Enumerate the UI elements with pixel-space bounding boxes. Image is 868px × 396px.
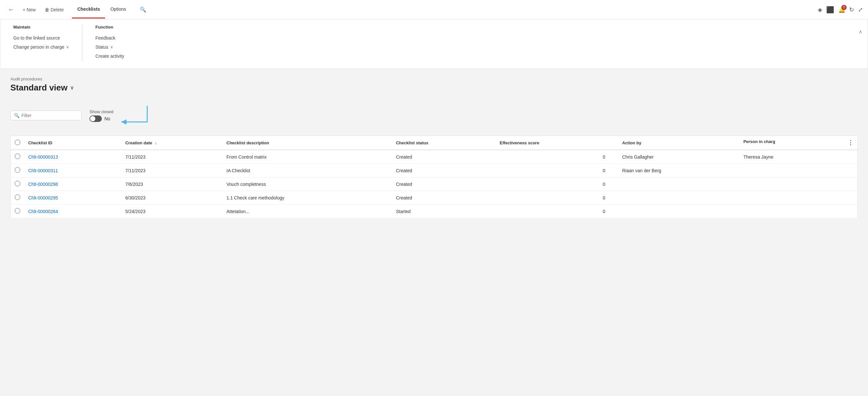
goto-linked-source-label: Go to the linked source	[13, 35, 60, 40]
checklist-id-link[interactable]: Chlt-00000311	[28, 168, 58, 173]
new-button[interactable]: + New	[20, 5, 39, 14]
th-checklist-id: Checklist ID	[24, 136, 121, 150]
more-options-icon[interactable]: ⋮	[847, 139, 854, 146]
dropdown-panel: Maintain Go to the linked source Change …	[0, 20, 868, 69]
sort-icon: ↓	[155, 141, 157, 145]
search-icon: 🔍	[140, 7, 146, 12]
change-person-chevron: ∨	[66, 45, 69, 49]
cell-checklist-description: IA Checklist	[223, 164, 392, 177]
expand-icon: ⤢	[858, 6, 863, 13]
cell-checklist-id[interactable]: Chlt-00000311	[24, 164, 121, 177]
cell-checklist-status: Created	[392, 191, 496, 205]
search-button[interactable]: 🔍	[136, 4, 150, 14]
show-closed-toggle[interactable]	[90, 116, 102, 122]
goto-linked-source-item[interactable]: Go to the linked source	[13, 33, 69, 42]
filter-input[interactable]	[22, 113, 78, 118]
cell-checklist-status: Started	[392, 205, 496, 218]
status-chevron: ∨	[110, 45, 113, 49]
top-bar: ← + New 🗑 Delete Checklists Options 🔍 ◈ …	[0, 0, 868, 20]
th-checklist-status: Checklist status	[392, 136, 496, 150]
checklist-id-link[interactable]: Chlt-00000313	[28, 154, 58, 159]
top-bar-right: ◈ ⬛ 🔔 0 ↻ ⤢	[818, 6, 863, 13]
th-effectiveness-score: Effectiveness score	[496, 136, 618, 150]
cell-person-in-charge: Theresa Jayne	[740, 150, 858, 164]
nav-tabs: Checklists Options	[72, 1, 131, 19]
tab-options[interactable]: Options	[105, 1, 131, 19]
maintain-section: Maintain Go to the linked source Change …	[0, 25, 82, 61]
main-content: Audit procedures Standard view ∨ 🔍 Show …	[0, 69, 868, 226]
cell-effectiveness-score: 0	[496, 177, 618, 191]
change-person-in-charge-item[interactable]: Change person in charge ∨	[13, 42, 69, 52]
cell-effectiveness-score: 0	[496, 150, 618, 164]
page-title: Standard view	[10, 83, 67, 93]
cell-checklist-id[interactable]: Chlt-00000264	[24, 205, 121, 218]
cell-checklist-id[interactable]: Chlt-00000313	[24, 150, 121, 164]
row-checkbox[interactable]	[14, 194, 21, 200]
status-label: Status	[95, 44, 108, 50]
cell-action-by	[618, 205, 740, 218]
cell-action-by: Riaan van der Berg	[618, 164, 740, 177]
feedback-item[interactable]: Feedback	[95, 33, 147, 42]
table-header-row: Checklist ID Creation date ↓ Checklist d…	[11, 136, 858, 150]
cell-person-in-charge	[740, 164, 858, 177]
table-row: Chlt-00000311 7/11/2023 IA Checklist Cre…	[11, 164, 858, 177]
table-wrapper: Checklist ID Creation date ↓ Checklist d…	[10, 135, 858, 218]
back-button[interactable]: ←	[5, 4, 17, 14]
table-row: Chlt-00000313 7/11/2023 From Control mat…	[11, 150, 858, 164]
cell-checklist-description: Vouch completness	[223, 177, 392, 191]
filter-row: 🔍 Show closed No	[10, 99, 858, 132]
select-all-checkbox[interactable]	[14, 140, 21, 145]
arrow-annotation	[115, 102, 167, 132]
cell-effectiveness-score: 0	[496, 164, 618, 177]
create-activity-item[interactable]: Create activity	[95, 52, 147, 61]
cell-effectiveness-score: 0	[496, 191, 618, 205]
delete-label: 🗑 Delete	[45, 7, 64, 12]
checklist-id-link[interactable]: Chlt-00000295	[28, 195, 58, 201]
th-select	[11, 136, 25, 150]
notifications-button[interactable]: 🔔 0	[838, 6, 845, 13]
refresh-button[interactable]: ↻	[849, 6, 854, 13]
cell-creation-date: 7/11/2023	[121, 164, 222, 177]
row-checkbox[interactable]	[14, 167, 21, 173]
th-person-in-charge: Person in charg ⋮	[740, 136, 858, 150]
page-title-row: Standard view ∨	[10, 83, 858, 93]
cell-checklist-description: From Control matrix	[223, 150, 392, 164]
checklists-table: Checklist ID Creation date ↓ Checklist d…	[10, 135, 858, 218]
row-checkbox[interactable]	[14, 153, 21, 159]
cell-checklist-status: Created	[392, 164, 496, 177]
cell-checklist-id[interactable]: Chlt-00000298	[24, 177, 121, 191]
cell-select[interactable]	[11, 177, 25, 191]
maintain-title: Maintain	[13, 25, 69, 30]
cell-select[interactable]	[11, 205, 25, 218]
filter-input-wrapper[interactable]: 🔍	[10, 111, 82, 120]
table-row: Chlt-00000264 5/24/2023 Attetation... St…	[11, 205, 858, 218]
tab-checklists[interactable]: Checklists	[72, 1, 105, 19]
cell-checklist-status: Created	[392, 177, 496, 191]
office-icon-button[interactable]: ⬛	[826, 6, 834, 13]
view-selector-chevron[interactable]: ∨	[70, 85, 74, 91]
cell-checklist-id[interactable]: Chlt-00000295	[24, 191, 121, 205]
cell-person-in-charge	[740, 191, 858, 205]
cell-select[interactable]	[11, 191, 25, 205]
cell-select[interactable]	[11, 164, 25, 177]
cell-effectiveness-score: 0	[496, 205, 618, 218]
table-row: Chlt-00000295 6/30/2023 1.1 Check care m…	[11, 191, 858, 205]
status-item[interactable]: Status ∨	[95, 42, 147, 52]
show-closed-label: Show closed	[90, 109, 114, 114]
th-creation-date[interactable]: Creation date ↓	[121, 136, 222, 150]
refresh-icon: ↻	[849, 6, 854, 13]
row-checkbox[interactable]	[14, 181, 21, 186]
expand-button[interactable]: ⤢	[858, 6, 863, 13]
feedback-label: Feedback	[95, 35, 115, 40]
panel-close-button[interactable]: ∧	[857, 27, 864, 36]
cell-select[interactable]	[11, 150, 25, 164]
diamond-icon-button[interactable]: ◈	[818, 6, 822, 13]
function-section: Function Feedback Status ∨ Create activi…	[82, 25, 160, 61]
checklist-id-link[interactable]: Chlt-00000264	[28, 209, 58, 214]
delete-button[interactable]: 🗑 Delete	[41, 5, 67, 14]
row-checkbox[interactable]	[14, 208, 21, 214]
th-checklist-description: Checklist description	[223, 136, 392, 150]
checklist-id-link[interactable]: Chlt-00000298	[28, 182, 58, 187]
office-icon: ⬛	[826, 6, 834, 13]
cell-checklist-description: 1.1 Check care methodology	[223, 191, 392, 205]
